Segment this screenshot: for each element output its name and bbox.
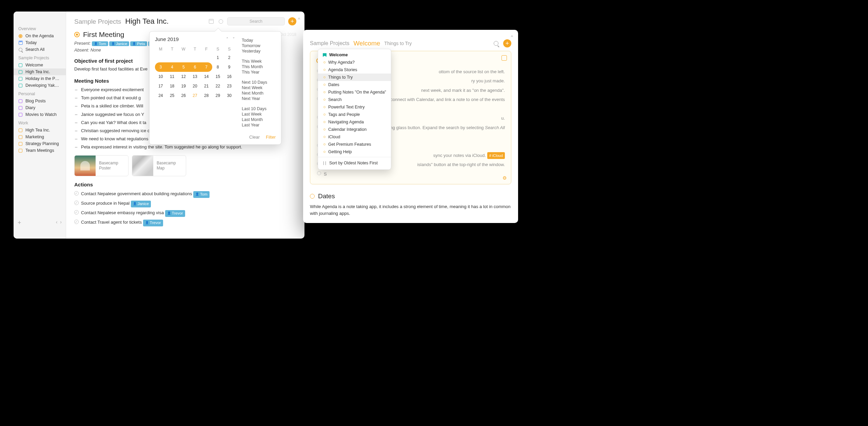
sidebar-item[interactable]: High Tea Inc. <box>14 68 66 75</box>
dropdown-header[interactable]: Welcome <box>318 51 391 59</box>
sidebar-item[interactable]: Developing Yak… <box>14 82 66 89</box>
note-gear-icon[interactable]: ⚙ <box>502 175 507 181</box>
breadcrumb-project[interactable]: High Tea Inc. <box>125 17 169 26</box>
calendar-next-month-icon[interactable]: ˅ <box>233 37 235 42</box>
calendar-day[interactable]: 3 <box>155 62 166 72</box>
calendar-day[interactable]: 19 <box>178 81 189 91</box>
dropdown-item[interactable]: Powerful Text Entry <box>318 103 391 111</box>
date-preset[interactable]: This Month <box>242 64 276 69</box>
calendar-day[interactable]: 13 <box>189 72 201 81</box>
icloud-tag[interactable]: # iCloud <box>487 152 505 159</box>
calendar-day[interactable]: 30 <box>223 91 235 100</box>
calendar-day[interactable]: 26 <box>178 91 189 100</box>
attachment-poster[interactable]: BasecampPoster <box>74 155 129 176</box>
date-preset[interactable]: Next Week <box>242 85 276 90</box>
breadcrumb-category[interactable]: Sample Projects <box>310 40 350 46</box>
dropdown-item[interactable]: Get Premium Features <box>318 141 391 148</box>
calendar-filter-button[interactable]: Filter <box>266 135 276 140</box>
sidebar-forward-button[interactable]: › <box>60 219 62 226</box>
checkbox-icon[interactable] <box>74 210 79 215</box>
add-note-button[interactable]: + <box>288 17 296 25</box>
breadcrumb-category[interactable]: Sample Projects <box>74 18 121 25</box>
dropdown-item[interactable]: Search <box>318 96 391 103</box>
dropdown-item[interactable]: Calendar Integration <box>318 126 391 133</box>
note-calendar-icon[interactable] <box>501 55 507 61</box>
on-the-agenda-icon[interactable] <box>74 32 80 37</box>
calendar-day[interactable]: 10 <box>155 72 166 81</box>
sidebar-item-on-the-agenda[interactable]: On the Agenda <box>14 33 66 39</box>
add-note-button[interactable]: + <box>503 39 511 47</box>
breadcrumb-note[interactable]: Things to Try <box>384 41 412 46</box>
sidebar-item[interactable]: Diary <box>14 104 66 111</box>
dropdown-item[interactable]: Getting Help <box>318 148 391 156</box>
calendar-day[interactable]: 4 <box>166 62 178 72</box>
calendar-day[interactable]: 12 <box>178 72 189 81</box>
calendar-day[interactable]: 22 <box>212 81 224 91</box>
date-preset[interactable]: This Week <box>242 59 276 64</box>
sidebar-item[interactable]: Team Meetings <box>14 147 66 154</box>
calendar-day[interactable]: 27 <box>189 91 201 100</box>
dropdown-item[interactable]: Navigating Agenda <box>318 118 391 126</box>
target-icon[interactable] <box>218 18 224 24</box>
date-preset[interactable]: Last Week <box>242 111 276 117</box>
dropdown-item[interactable]: Why Agenda? <box>318 59 391 66</box>
action-item[interactable]: Contact Nepalese embassy regarding visa … <box>81 208 296 218</box>
sidebar-item[interactable]: Movies to Watch <box>14 111 66 118</box>
sidebar-item[interactable]: Strategy Planning <box>14 140 66 147</box>
dropdown-item[interactable]: iCloud <box>318 133 391 141</box>
dropdown-item[interactable]: Tags and People <box>318 111 391 118</box>
calendar-day[interactable]: 15 <box>212 72 224 81</box>
person-tag[interactable]: Tom <box>193 191 210 198</box>
dropdown-item[interactable]: Putting Notes "On the Agenda" <box>318 88 391 96</box>
calendar-day[interactable]: 6 <box>189 62 201 72</box>
action-item[interactable]: Contact Nepalese government about buildi… <box>81 189 296 199</box>
dropdown-item[interactable]: Things to Try <box>318 74 391 81</box>
sidebar-item[interactable]: High Tea Inc. <box>14 127 66 134</box>
date-preset[interactable]: Next Year <box>242 96 276 101</box>
sidebar-item[interactable]: Blog Posts <box>14 98 66 104</box>
action-item[interactable]: Contact Travel agent for tickets Trevor <box>81 218 296 227</box>
dropdown-item[interactable]: Dates <box>318 81 391 88</box>
calendar-filter-icon[interactable] <box>208 18 214 24</box>
sidebar-item[interactable]: Holiday in the P… <box>14 75 66 82</box>
checkbox-icon[interactable] <box>74 191 79 196</box>
calendar-day[interactable]: 7 <box>201 62 212 72</box>
date-preset[interactable]: Last Month <box>242 117 276 122</box>
person-tag[interactable]: Tom <box>92 41 108 46</box>
date-preset[interactable]: This Year <box>242 69 276 75</box>
calendar-day[interactable]: 18 <box>166 81 178 91</box>
calendar-day[interactable]: 20 <box>189 81 201 91</box>
checkbox-icon[interactable] <box>74 220 79 224</box>
calendar-day[interactable]: 2 <box>223 53 235 62</box>
calendar-day[interactable]: 25 <box>166 91 178 100</box>
calendar-day[interactable]: 5 <box>178 62 189 72</box>
note-title[interactable]: Dates <box>318 192 335 200</box>
calendar-day[interactable]: 11 <box>166 72 178 81</box>
on-the-agenda-ring-icon[interactable] <box>310 194 315 199</box>
dropdown-item[interactable]: Agenda Stories <box>318 66 391 74</box>
add-category-button[interactable]: + <box>18 219 21 226</box>
date-preset[interactable]: Last 10 Days <box>242 106 276 111</box>
person-tag[interactable]: Janice <box>109 41 129 46</box>
breadcrumb-project[interactable]: Welcome <box>354 40 380 47</box>
calendar-clear-button[interactable]: Clear <box>249 135 260 140</box>
person-tag[interactable]: Trevor <box>143 220 163 226</box>
date-preset[interactable]: Yesterday <box>242 48 276 54</box>
calendar-prev-month-icon[interactable]: ˄ <box>226 37 229 42</box>
calendar-day[interactable]: 8 <box>212 62 224 72</box>
calendar-day[interactable]: 16 <box>223 72 235 81</box>
islands-icon[interactable]: ⟁ <box>511 33 513 38</box>
person-tag[interactable]: Trevor <box>165 210 185 217</box>
calendar-day[interactable]: 9 <box>223 62 235 72</box>
person-tag[interactable]: Peta <box>130 41 147 46</box>
sidebar-item[interactable]: Welcome <box>14 62 66 68</box>
action-item[interactable]: Source produce in Nepal Janice <box>81 199 296 208</box>
sidebar-item-search-all[interactable]: Search All <box>14 46 66 53</box>
note-title[interactable]: First Meeting <box>83 31 124 39</box>
calendar-day[interactable]: 29 <box>212 91 224 100</box>
radio-icon[interactable] <box>317 171 321 175</box>
date-preset[interactable]: Last Year <box>242 122 276 128</box>
calendar-day[interactable]: 17 <box>155 81 166 91</box>
attachment-map[interactable]: BasecampMap <box>132 155 186 176</box>
sidebar-item[interactable]: Marketing <box>14 134 66 140</box>
